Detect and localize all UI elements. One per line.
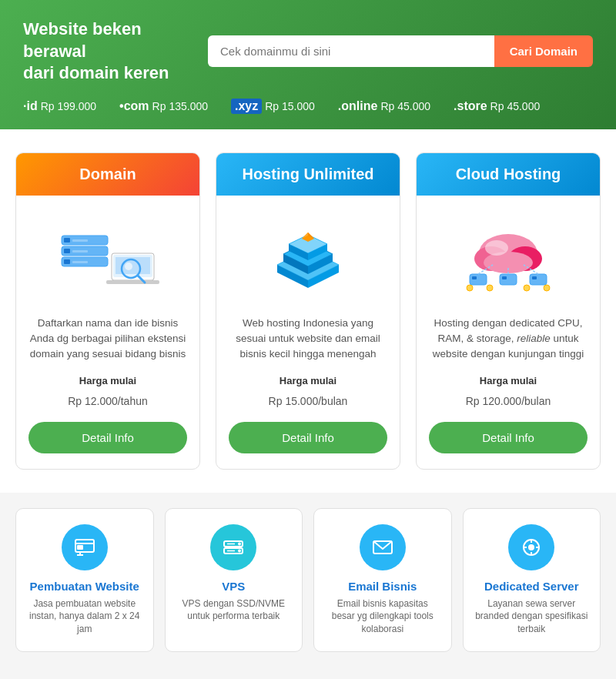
tld-store-label: .store xyxy=(454,99,487,113)
domain-card-image xyxy=(46,211,169,303)
bottom-card-dedicated: Dedicated Server Layanan sewa server bra… xyxy=(463,508,601,652)
tld-store-price: Rp 45.000 xyxy=(490,100,541,112)
svg-rect-2 xyxy=(72,261,88,263)
domain-price-com: •com Rp 135.000 xyxy=(119,99,208,113)
email-icon xyxy=(360,524,406,570)
svg-rect-34 xyxy=(472,276,477,279)
domain-detail-button[interactable]: Detail Info xyxy=(28,422,187,453)
tld-xyz-label: .xyz xyxy=(231,99,262,114)
hero-section: Website beken berawaldari domain keren C… xyxy=(0,0,616,129)
svg-point-42 xyxy=(487,285,493,291)
domain-card-title: Domain xyxy=(79,166,136,182)
svg-rect-1 xyxy=(64,259,70,264)
cards-section: Domain xyxy=(0,129,616,493)
website-card-desc: Jasa pembuatan website instan, hanya dal… xyxy=(27,597,142,636)
domain-prices-row: ·id Rp 199.000 •com Rp 135.000 .xyz Rp 1… xyxy=(23,99,593,114)
svg-point-45 xyxy=(544,285,550,291)
tld-id-label: ·id xyxy=(23,99,38,113)
svg-rect-12 xyxy=(106,280,159,284)
svg-point-15 xyxy=(125,263,132,270)
search-button[interactable]: Cari Domain xyxy=(494,35,593,67)
svg-point-53 xyxy=(238,542,241,545)
website-card-title: Pembuatan Website xyxy=(30,580,139,593)
hosting-card: Hosting Unlimited xyxy=(216,152,400,470)
domain-card-header: Domain xyxy=(16,153,199,196)
hosting-price-value: Rp 15.000/bulan xyxy=(269,390,348,410)
svg-rect-38 xyxy=(532,276,537,279)
svg-rect-33 xyxy=(470,274,487,285)
hosting-price-label: Harga mulai xyxy=(280,375,336,386)
bottom-card-vps: VPS VPS dengan SSD/NVME untuk performa t… xyxy=(165,508,303,652)
cloud-card-title: Cloud Hosting xyxy=(456,166,561,182)
tld-id-price: Rp 199.000 xyxy=(41,100,96,112)
svg-rect-35 xyxy=(500,274,517,285)
hosting-card-image xyxy=(246,211,370,303)
vps-card-title: VPS xyxy=(222,580,245,593)
dedicated-card-desc: Layanan sewa server branded dengan spesi… xyxy=(474,597,590,636)
cloud-card-image xyxy=(447,211,570,303)
vps-icon xyxy=(210,524,256,570)
svg-point-43 xyxy=(524,285,530,291)
svg-rect-36 xyxy=(502,276,507,279)
domain-search-input[interactable] xyxy=(208,35,494,67)
domain-price-online: .online Rp 45.000 xyxy=(338,99,430,113)
hosting-card-description: Web hosting Indonesia yang sesuai untuk … xyxy=(229,316,387,363)
domain-price-store: .store Rp 45.000 xyxy=(454,99,540,113)
search-bar: Cari Domain xyxy=(208,35,593,67)
bottom-card-website: Pembuatan Website Jasa pembuatan website… xyxy=(15,508,154,652)
tld-com-label: •com xyxy=(119,99,149,113)
domain-price-label: Harga mulai xyxy=(79,375,136,386)
svg-rect-48 xyxy=(77,545,83,550)
svg-rect-7 xyxy=(64,238,70,242)
tld-xyz-price: Rp 15.000 xyxy=(265,100,315,112)
domain-card: Domain xyxy=(15,152,200,470)
svg-point-32 xyxy=(485,240,508,256)
domain-price-xyz: .xyz Rp 15.000 xyxy=(231,99,315,114)
hosting-detail-button[interactable]: Detail Info xyxy=(229,422,387,453)
cloud-card-header: Cloud Hosting xyxy=(417,153,600,196)
hero-top: Website beken berawaldari domain keren C… xyxy=(23,18,593,85)
svg-point-54 xyxy=(238,549,241,552)
bottom-section: Pembuatan Website Jasa pembuatan website… xyxy=(0,493,616,667)
tld-online-price: Rp 45.000 xyxy=(380,100,430,112)
cloud-price-label: Harga mulai xyxy=(480,375,537,386)
dedicated-card-title: Dedicated Server xyxy=(484,580,579,593)
domain-card-description: Daftarkan nama dan ide bisnis Anda dg be… xyxy=(28,316,187,363)
domain-price-value: Rp 12.000/tahun xyxy=(68,390,148,410)
bottom-card-email: Email Bisnis Email bisnis kapasitas besa… xyxy=(313,508,452,652)
tld-com-price: Rp 135.000 xyxy=(152,100,208,112)
cloud-card-body: Hosting dengan dedicated CPU, RAM, & sto… xyxy=(417,196,600,469)
email-card-title: Email Bisnis xyxy=(348,580,417,593)
cloud-card: Cloud Hosting xyxy=(416,152,601,470)
hosting-card-body: Web hosting Indonesia yang sesuai untuk … xyxy=(216,196,400,469)
domain-card-body: Daftarkan nama dan ide bisnis Anda dg be… xyxy=(16,196,199,469)
hero-title: Website beken berawaldari domain keren xyxy=(23,18,192,85)
svg-rect-8 xyxy=(72,239,88,242)
svg-rect-4 xyxy=(64,249,70,253)
email-card-desc: Email bisnis kapasitas besar yg dilengka… xyxy=(325,597,440,636)
hosting-card-title: Hosting Unlimited xyxy=(242,166,373,182)
website-icon xyxy=(62,524,108,570)
cloud-card-description: Hosting dengan dedicated CPU, RAM, & sto… xyxy=(429,316,588,363)
tld-online-label: .online xyxy=(338,99,378,113)
svg-point-44 xyxy=(467,285,473,291)
svg-rect-5 xyxy=(72,250,88,253)
svg-rect-37 xyxy=(530,274,547,285)
cloud-detail-button[interactable]: Detail Info xyxy=(429,422,588,453)
domain-price-id: ·id Rp 199.000 xyxy=(23,99,96,113)
cloud-price-value: Rp 120.000/bulan xyxy=(466,390,551,410)
svg-point-59 xyxy=(528,544,534,550)
dedicated-icon xyxy=(508,524,554,570)
hosting-card-header: Hosting Unlimited xyxy=(216,153,400,196)
vps-card-desc: VPS dengan SSD/NVME untuk performa terba… xyxy=(176,597,292,624)
